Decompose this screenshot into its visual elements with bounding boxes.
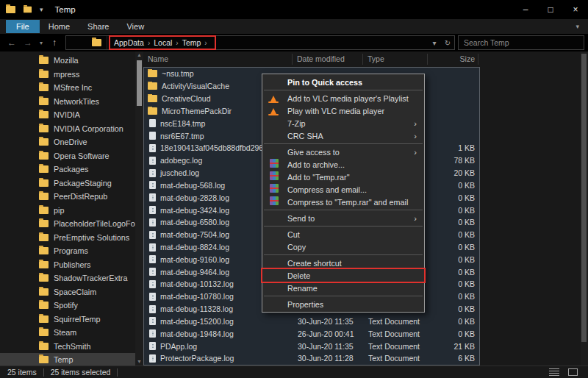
folder-icon bbox=[39, 98, 49, 105]
sidebar-item-programs[interactable]: Programs bbox=[0, 244, 135, 258]
menu-item-crc-sha[interactable]: CRC SHA › bbox=[262, 129, 424, 142]
column-header-name[interactable]: Name bbox=[143, 54, 293, 65]
sidebar-scrollbar-thumb[interactable] bbox=[137, 60, 142, 106]
menu-item-delete[interactable]: Delete › bbox=[262, 269, 424, 282]
column-header-size[interactable]: Size bbox=[428, 54, 478, 65]
submenu-arrow-icon: › bbox=[414, 148, 417, 157]
address-dropdown-icon[interactable]: ▾ bbox=[428, 39, 441, 47]
recent-locations-dropdown-icon[interactable]: ▾ bbox=[36, 40, 46, 46]
rar-icon bbox=[270, 171, 279, 180]
breadcrumb-segment-temp[interactable]: Temp › bbox=[182, 38, 211, 47]
file-list-scrollbar[interactable] bbox=[581, 51, 588, 365]
sidebar-item-networktiles[interactable]: NetworkTiles bbox=[0, 95, 135, 109]
log-icon bbox=[149, 218, 156, 227]
file-name: ProtectorPackage.log bbox=[160, 354, 234, 363]
file-name: mat-debug-2828.log bbox=[160, 193, 229, 202]
file-row[interactable]: mat-debug-15200.log 30-Jun-20 11:35 Text… bbox=[144, 315, 479, 328]
sidebar-item-opera-software[interactable]: Opera Software bbox=[0, 149, 135, 163]
forward-button[interactable]: → bbox=[20, 38, 36, 48]
sidebar-item-spotify[interactable]: Spotify bbox=[0, 299, 135, 313]
sidebar-item-pip[interactable]: pip bbox=[0, 204, 135, 218]
ribbon-tab-view[interactable]: View bbox=[118, 20, 153, 33]
menu-item-compress-and-email[interactable]: Compress and email... › bbox=[262, 183, 424, 196]
sidebar-item-preemptive-solutions[interactable]: PreEmptive Solutions bbox=[0, 231, 135, 245]
file-row[interactable]: mat-debug-19484.log 26-Jun-20 00:41 Text… bbox=[144, 327, 479, 340]
up-button[interactable]: ↑ bbox=[46, 38, 62, 48]
sidebar-item-temp[interactable]: Temp bbox=[0, 353, 135, 365]
file-size: 0 KB bbox=[429, 304, 478, 313]
details-view-icon[interactable] bbox=[549, 368, 559, 376]
ribbon-expand-chevron-icon[interactable]: ▾ bbox=[576, 23, 579, 30]
folder-icon bbox=[39, 220, 49, 227]
menu-item-add-to-temp-rar[interactable]: Add to "Temp.rar" › bbox=[262, 171, 424, 183]
address-folder-icon bbox=[92, 39, 101, 46]
sidebar-item-nvidia-corporation[interactable]: NVIDIA Corporation bbox=[0, 122, 135, 136]
menu-item-copy[interactable]: Copy › bbox=[262, 240, 424, 253]
maximize-button[interactable]: □ bbox=[538, 0, 563, 19]
file-row[interactable]: PDApp.log 30-Jun-20 11:35 Text Document … bbox=[144, 340, 479, 352]
sidebar-item-spaceclaim[interactable]: SpaceClaim bbox=[0, 285, 135, 299]
breadcrumb-chevron-icon[interactable]: › bbox=[148, 39, 150, 47]
sidebar-item-onedrive[interactable]: OneDrive bbox=[0, 135, 135, 149]
folder-icon bbox=[39, 247, 49, 254]
context-menu: Pin to Quick access › Add to VLC media p… bbox=[262, 74, 425, 313]
sidebar-item-squirreltemp[interactable]: SquirrelTemp bbox=[0, 313, 135, 327]
menu-item-properties[interactable]: Properties › bbox=[262, 298, 424, 310]
file-size: 0 KB bbox=[429, 292, 478, 301]
sidebar-scrollbar[interactable]: ▲ ▼ bbox=[135, 51, 143, 365]
ribbon-tab-home[interactable]: Home bbox=[40, 20, 79, 33]
ribbon-tab-share[interactable]: Share bbox=[79, 20, 118, 33]
file-size: 0 KB bbox=[429, 193, 478, 202]
sidebar-item-nvidia[interactable]: NVIDIA bbox=[0, 108, 135, 122]
file-size: 0 KB bbox=[429, 317, 478, 326]
menu-item-cut[interactable]: Cut › bbox=[262, 228, 424, 240]
sidebar-item-packages[interactable]: Packages bbox=[0, 163, 135, 176]
sidebar-item-mpress[interactable]: mpress bbox=[0, 68, 135, 82]
large-icons-view-icon[interactable] bbox=[568, 368, 578, 376]
search-box[interactable]: Search Temp bbox=[458, 35, 584, 50]
close-button[interactable]: × bbox=[563, 0, 588, 19]
log-icon bbox=[149, 268, 156, 276]
file-size: 78 KB bbox=[429, 156, 478, 165]
menu-item-rename[interactable]: Rename › bbox=[262, 282, 424, 294]
menu-item-7-zip[interactable]: 7-Zip › bbox=[262, 117, 424, 129]
menu-item-add-to-vlc-media-player-s-playlist[interactable]: Add to VLC media player's Playlist › bbox=[262, 92, 424, 104]
menu-item-create-shortcut[interactable]: Create shortcut › bbox=[262, 257, 424, 269]
back-button[interactable]: ← bbox=[4, 38, 20, 48]
file-row[interactable]: ProtectorPackage.log 30-Jun-20 11:28 Tex… bbox=[144, 352, 479, 365]
address-bar[interactable]: AppData › Local › Temp › ▾ ↻ bbox=[65, 35, 455, 50]
sidebar-item-peerdistrepub[interactable]: PeerDistRepub bbox=[0, 190, 135, 204]
breadcrumb-segment-appdata[interactable]: AppData › bbox=[114, 38, 154, 47]
ribbon-tab-file[interactable]: File bbox=[6, 20, 40, 33]
menu-item-add-to-archive[interactable]: Add to archive... › bbox=[262, 158, 424, 171]
file-list-scrollbar-thumb[interactable] bbox=[581, 54, 587, 342]
sidebar-item-shadowtrackerextra[interactable]: ShadowTrackerExtra bbox=[0, 271, 135, 285]
sidebar-item-packagestaging[interactable]: PackageStaging bbox=[0, 176, 135, 190]
vlc-icon bbox=[268, 106, 280, 115]
breadcrumb-chevron-icon[interactable]: › bbox=[176, 39, 178, 47]
sidebar-item-steam[interactable]: Steam bbox=[0, 326, 135, 340]
qat-dropdown-icon[interactable]: ▾ bbox=[40, 6, 43, 13]
menu-separator bbox=[264, 296, 423, 296]
menu-item-pin-to-quick-access[interactable]: Pin to Quick access › bbox=[262, 76, 424, 88]
sidebar-item-techsmith[interactable]: TechSmith bbox=[0, 340, 135, 354]
sidebar-item-msfree-inc[interactable]: MSfree Inc bbox=[0, 81, 135, 95]
column-header-type[interactable]: Type bbox=[363, 54, 428, 65]
menu-item-send-to[interactable]: Send to › bbox=[262, 212, 424, 224]
menu-item-give-access-to[interactable]: Give access to › bbox=[262, 146, 424, 158]
sidebar-item-mozilla[interactable]: Mozilla bbox=[0, 54, 135, 68]
sidebar-item-publishers[interactable]: Publishers bbox=[0, 258, 135, 272]
scroll-up-icon[interactable]: ▲ bbox=[135, 51, 143, 59]
scroll-down-icon[interactable]: ▼ bbox=[135, 358, 143, 365]
folder-icon bbox=[39, 125, 49, 132]
menu-item-play-with-vlc-media-player[interactable]: Play with VLC media player › bbox=[262, 104, 424, 117]
breadcrumb-chevron-icon[interactable]: › bbox=[204, 39, 207, 47]
address-icon-zone bbox=[66, 36, 107, 49]
sidebar-item-placeholdertilelogofolder[interactable]: PlaceholderTileLogoFolder bbox=[0, 217, 135, 231]
minimize-button[interactable]: – bbox=[513, 0, 538, 19]
breadcrumb-segment-local[interactable]: Local › bbox=[154, 38, 182, 47]
menu-item-compress-to-temp-rar-and-email[interactable]: Compress to "Temp.rar" and email › bbox=[262, 196, 424, 208]
refresh-icon[interactable]: ↻ bbox=[441, 39, 454, 47]
column-header-date-modified[interactable]: Date modified bbox=[293, 54, 363, 65]
quick-access-toolbar-icon[interactable] bbox=[24, 7, 32, 13]
